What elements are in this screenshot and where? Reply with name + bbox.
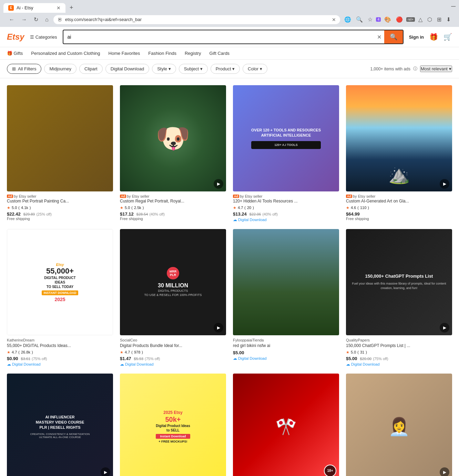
product-price-5: $0.90 [7,356,18,361]
product-card-1[interactable]: Ad by Etsy seller Custom Pet Portrait Pa… [7,85,113,222]
ad-label-4: Ad by Etsy seller [346,194,452,198]
product-card-3[interactable]: OVER 120 + TOOLS AND RESOURCESARTIFICIAL… [233,85,339,222]
seller-label-8: QualityPapers [346,338,452,342]
product-discount-6: (75% off) [145,357,160,361]
categories-button[interactable]: ☰ Categories [30,34,57,40]
product-card-2[interactable]: 🐶 ▶ Ad by Etsy seller Custom Regal Pet P… [120,85,226,222]
etsy-logo[interactable]: Etsy [7,32,24,42]
product-card-8[interactable]: 150,000+ ChatGPT Prompts List Fuel your … [346,229,452,367]
play-button-2[interactable]: ▶ [214,179,223,189]
ad-label-2: Ad by Etsy seller [120,194,226,198]
product-rating-4: ★ 4.6 (110) [346,206,452,210]
download-button[interactable]: ⬇ [445,15,452,24]
product-card-6[interactable]: MRRPLR 30 MILLION DIGITAL PRODUCTSTO USE… [120,229,226,367]
product-price-row-3: $13.24 $22.06 (40% off) [233,211,339,217]
filter-product[interactable]: Product ▾ [211,64,240,74]
product-card-12[interactable]: 👩‍💼 ▶ AI for Portraits, AI Headshots, Li… [346,374,452,476]
play-button-9[interactable]: ▶ [101,467,110,476]
nav-item-gifts[interactable]: 🎁 Gifts [7,51,23,56]
ad-label-1: Ad by Etsy seller [7,194,113,198]
product-price-old-1: $29.89 [23,212,35,216]
gift-button[interactable]: 🎁 [429,33,438,41]
filter-color[interactable]: Color ▾ [243,64,267,74]
back-button[interactable]: ← [7,15,17,24]
zoom-button[interactable]: 🔍 [355,15,364,24]
tab-close-button[interactable]: ✕ [57,5,61,11]
filter-digital-download[interactable]: Digital Download [105,64,150,74]
minimize-button[interactable]: ─ [451,3,456,10]
extension-button-4[interactable]: ⬡ [426,15,434,24]
extension-button-3[interactable]: △ [417,15,424,24]
filters-bar: ⊞ All Filters Midjourney Clipart Digital… [0,60,459,78]
product-rating-8: ★ 5.0 (31) [346,350,452,355]
refresh-button[interactable]: ↻ [32,15,40,24]
qr-button[interactable]: ⊞ [436,15,443,24]
sort-label: Most relevant [421,66,448,71]
product-price-row-6: $1.47 $5.93 (75% off) [120,356,226,361]
clear-url-button[interactable]: ✕ [332,17,336,22]
product-price-2: $17.12 [120,211,134,217]
filter-clipart[interactable]: Clipart [79,64,103,74]
nav-item-gift-cards[interactable]: Gift Cards [210,51,230,56]
url-display: etsy.com/search?q=ai&ref=search_bar [65,17,329,22]
ad-label-3: Ad by Etsy seller [233,194,339,198]
nav-item-home[interactable]: Home Favorites [109,51,140,56]
product-card-5[interactable]: Etsy 55,000+ DIGITAL PRODUCTIDEASTO SELL… [7,229,113,367]
filter-subject[interactable]: Subject ▾ [179,64,208,74]
product-discount-8: (75% off) [373,357,388,361]
digital-badge-7: ☁ Digital Download [233,356,339,361]
digital-badge-3: ☁ Digital Download [233,217,339,222]
product-card-10[interactable]: 2025 Etsy 50k+ Digital Product Ideasto S… [120,374,226,476]
sign-in-button[interactable]: Sign in [409,34,424,40]
forward-button[interactable]: → [19,15,29,24]
product-price-row-4: $64.99 [346,211,452,217]
results-text: 1,000+ items with ads [370,67,410,71]
product-card-11[interactable]: 🎌 18+ 5 Beauty Girls in AI Images, Digit… [233,374,339,476]
free-shipping-4: Free shipping [346,217,452,221]
product-image-10: 2025 Etsy 50k+ Digital Product Ideasto S… [120,374,226,476]
play-button-12[interactable]: ▶ [440,467,449,476]
nav-item-registry[interactable]: Registry [185,51,201,56]
play-button-4[interactable]: ▶ [440,179,449,189]
search-clear-button[interactable]: ✕ [374,31,384,43]
etsy-nav: 🎁 Gifts Personalized and Custom Clothing… [0,47,459,60]
address-bar[interactable]: ⛨ etsy.com/search?q=ai&ref=search_bar ✕ [53,15,340,24]
all-filters-button[interactable]: ⊞ All Filters [7,64,41,74]
cart-button[interactable]: 🛒 [443,33,452,41]
product-image-9: AI INFLUENCERMASTERY VIDEO COURSEPLR | R… [7,374,113,476]
etsy-header: Etsy ☰ Categories ✕ 🔍 Sign in 🎁 🛒 [0,27,459,47]
nsfw-badge-11: 18+ [324,465,336,476]
product-title-6: Digital Products Bundle Ideal for... [120,343,226,349]
extension-button-1[interactable]: 🎨 [383,15,392,24]
seller-label-7: FylooppaiaiTienda [233,338,339,342]
free-shipping-2: Free shipping [120,217,226,221]
product-image-11: 🎌 18+ [233,374,339,476]
search-submit-button[interactable]: 🔍 [384,30,403,43]
rel-badge[interactable]: rel+ [406,17,415,22]
product-title-3: 120+ Hidden AI Tools Resources ... [233,198,339,204]
nav-item-fashion[interactable]: Fashion Finds [148,51,176,56]
search-input[interactable] [63,31,374,42]
new-tab-button[interactable]: + [67,3,76,13]
extension-button-2[interactable]: 🔴 [395,15,404,24]
sort-button[interactable]: Most relevant ▾ [420,66,452,72]
all-filters-label: All Filters [18,66,36,71]
nav-item-clothing[interactable]: Personalized and Custom Clothing [31,51,100,56]
product-image-8: 150,000+ ChatGPT Prompts List Fuel your … [346,229,452,335]
play-button-8[interactable]: ▶ [440,323,449,333]
filter-style[interactable]: Style ▾ [152,64,176,74]
product-card-7[interactable]: FylooppaiaiTienda red girl bikini nsfw a… [233,229,339,367]
product-card-9[interactable]: AI INFLUENCERMASTERY VIDEO COURSEPLR | R… [7,374,113,476]
translate-button[interactable]: 🌐 [343,15,353,24]
extension-badge[interactable]: 4 [376,17,381,22]
active-tab[interactable]: E Ai - Etsy ✕ [3,3,65,13]
filter-midjourney[interactable]: Midjourney [44,64,76,74]
product-title-7: red girl bikini nsfw ai [233,343,339,349]
product-image-7 [233,229,339,335]
play-button-6[interactable]: ▶ [214,323,223,333]
product-price-old-2: $28.54 [136,212,148,216]
home-button[interactable]: ⌂ [43,15,51,24]
product-card-4[interactable]: ⛰️ ▶ Ad by Etsy seller Custom AI-Generat… [346,85,452,222]
bookmark-button[interactable]: ☆ [366,15,374,24]
filter-icon: ⊞ [12,66,16,71]
